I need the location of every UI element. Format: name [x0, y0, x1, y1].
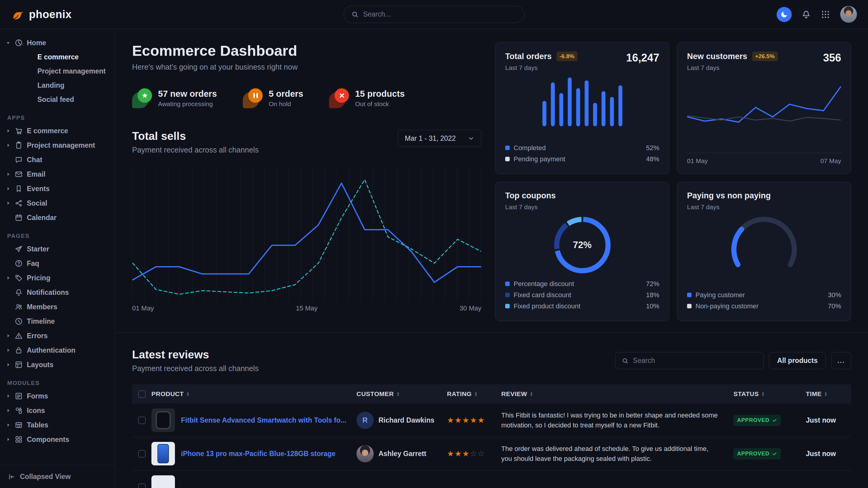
star-filled-icon: ★: [462, 450, 469, 458]
sidebar-item-errors[interactable]: Errors: [0, 329, 115, 343]
x-axis-label: 15 May: [296, 304, 318, 312]
sidebar-item-label: Notifications: [27, 289, 69, 297]
sidebar-item-notifications[interactable]: Notifications: [0, 285, 115, 300]
top-coupons-card: Top coupons Last 7 days 72% Percentage d…: [495, 182, 669, 321]
star-filled-icon: ★: [447, 450, 454, 458]
new-customers-card: New customers +26.5% Last 7 days 356 01 …: [677, 42, 851, 174]
caret-icon: [7, 334, 10, 338]
status-label: APPROVED: [737, 451, 769, 457]
product-link[interactable]: iPhone 13 pro max-Pacific Blue-128GB sto…: [181, 450, 336, 458]
sidebar-item-label: Chat: [27, 156, 42, 164]
card-title: Total orders: [505, 52, 552, 61]
column-header-time[interactable]: TIME: [806, 390, 851, 398]
new-customers-chart: [687, 77, 841, 139]
stat-value: 57 new orders: [158, 89, 217, 99]
legend-item: Percentage discount 72%: [505, 278, 659, 289]
select-all-checkbox[interactable]: [138, 390, 146, 398]
caret-icon: [7, 438, 10, 442]
theme-toggle-button[interactable]: [777, 7, 792, 22]
sidebar-item-landing[interactable]: Landing: [0, 78, 115, 93]
card-period: Last 7 days: [505, 203, 556, 211]
sidebar-item-calendar[interactable]: Calendar: [0, 210, 115, 225]
caret-icon: [7, 394, 10, 398]
star-filled-icon: ★: [455, 450, 461, 458]
sidebar-item-project-management[interactable]: Project management: [0, 138, 115, 153]
sidebar-item-label: Starter: [27, 245, 49, 253]
sidebar-item-e-commerce[interactable]: E commerce: [0, 124, 115, 138]
sidebar-item-starter[interactable]: Starter: [0, 242, 115, 256]
review-text: The order was delivered ahead of schedul…: [501, 444, 734, 464]
reviews-title: Latest reviews: [132, 349, 259, 361]
sidebar-item-email[interactable]: Email: [0, 167, 115, 182]
stats-row: ★ 57 new orders Awating processing: [132, 88, 482, 108]
stat-caption: Awating processing: [158, 100, 217, 108]
sidebar-item-label: Calendar: [27, 214, 56, 222]
sidebar-item-chat[interactable]: Chat: [0, 153, 115, 167]
search-icon: [351, 10, 359, 19]
sort-icon: [397, 391, 399, 397]
sidebar-item-home[interactable]: Home: [0, 36, 115, 50]
sidebar-item-timeline[interactable]: Timeline: [0, 314, 115, 329]
sidebar-item-tables[interactable]: Tables: [0, 418, 115, 432]
row-checkbox[interactable]: [138, 484, 146, 488]
user-avatar[interactable]: [840, 6, 857, 23]
apps-grid-icon[interactable]: [820, 10, 830, 19]
product-thumbnail: [151, 475, 175, 488]
sidebar-item-project-management[interactable]: Project management: [0, 64, 115, 78]
review-time: Just now: [806, 416, 851, 424]
sidebar-item-label: Social: [27, 199, 48, 207]
notifications-bell-icon[interactable]: [801, 10, 811, 19]
all-products-button[interactable]: All products: [769, 352, 826, 369]
sidebar-item-icons[interactable]: Icons: [0, 403, 115, 418]
sidebar-item-events[interactable]: Events: [0, 182, 115, 196]
sidebar-item-layouts[interactable]: Layouts: [0, 357, 115, 372]
column-header-review[interactable]: REVIEW: [501, 390, 734, 398]
sidebar-item-label: E commerce: [37, 53, 79, 61]
column-header-customer[interactable]: CUSTOMER: [356, 390, 447, 398]
legend-swatch: [505, 304, 510, 308]
main-content: Ecommerce Dashboard Here's what's going …: [115, 29, 868, 488]
moon-icon: [780, 10, 788, 19]
collapsed-view-button[interactable]: Collapsed View: [0, 465, 115, 488]
page-title: Ecommerce Dashboard: [132, 42, 482, 59]
card-title: New customers: [687, 52, 747, 61]
column-header-status[interactable]: STATUS: [734, 390, 806, 398]
column-header-rating[interactable]: RATING: [447, 390, 501, 398]
card-period: Last 7 days: [687, 64, 778, 71]
share-icon: [14, 199, 23, 207]
star-filled-icon: ★: [477, 416, 484, 424]
sidebar: HomeE commerceProject managementLandingS…: [0, 29, 115, 488]
sidebar-item-faq[interactable]: Faq: [0, 256, 115, 271]
star-filled-icon: ★: [447, 416, 454, 424]
more-options-button[interactable]: ...: [831, 352, 851, 369]
sort-icon: [762, 391, 764, 397]
sidebar-item-e-commerce[interactable]: E commerce: [0, 50, 115, 64]
check-icon: [772, 451, 777, 456]
row-checkbox[interactable]: [138, 417, 146, 424]
sidebar-item-pricing[interactable]: Pricing: [0, 271, 115, 285]
sidebar-item-members[interactable]: Members: [0, 300, 115, 314]
column-header-product[interactable]: PRODUCT: [151, 390, 356, 398]
brand-logo[interactable]: phoenix: [11, 7, 72, 22]
sort-icon: [530, 391, 533, 397]
caret-icon: [7, 363, 10, 367]
sidebar-item-authentication[interactable]: Authentication: [0, 343, 115, 357]
row-checkbox[interactable]: [138, 450, 146, 458]
caret-icon: [7, 320, 10, 323]
card-value: 356: [823, 52, 841, 64]
navbar-search-input[interactable]: [363, 10, 517, 19]
sidebar-item-forms[interactable]: Forms: [0, 389, 115, 403]
date-range-dropdown[interactable]: Mar 1 - 31, 2022: [398, 130, 482, 147]
reviews-search-input[interactable]: [633, 357, 757, 365]
form-icon: [14, 392, 23, 400]
trend-badge: -6.8%: [556, 52, 578, 61]
sidebar-item-social-feed[interactable]: Social feed: [0, 93, 115, 107]
sidebar-item-components[interactable]: Components: [0, 432, 115, 447]
caret-icon: [7, 172, 10, 176]
star-empty-icon: ☆: [470, 450, 477, 458]
x-axis-label: 01 May: [132, 304, 154, 312]
clock-icon: [14, 317, 23, 326]
sidebar-item-social[interactable]: Social: [0, 196, 115, 210]
sidebar-section-title: PAGES: [0, 233, 115, 239]
product-link[interactable]: Fitbit Sense Advanced Smartwatch with To…: [181, 416, 346, 424]
